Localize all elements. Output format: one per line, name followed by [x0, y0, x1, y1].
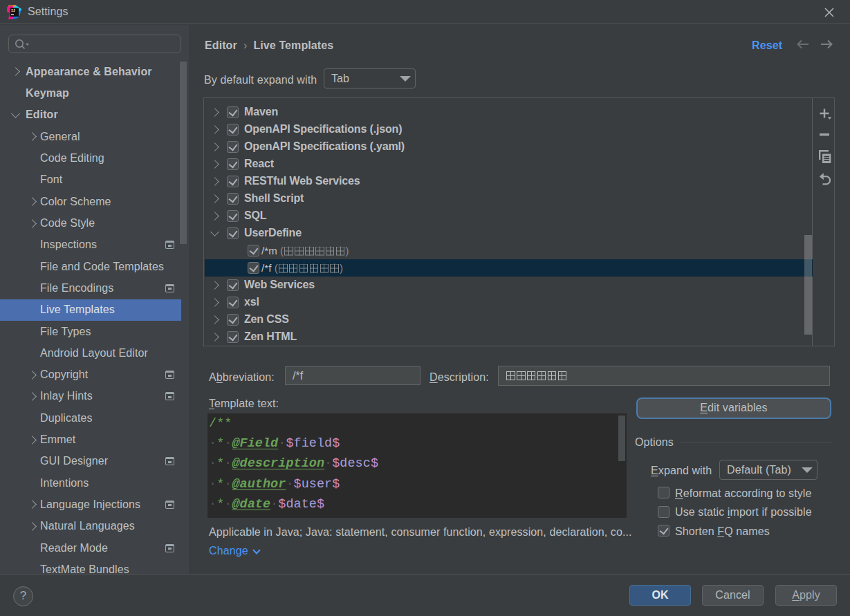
svg-text:IJ: IJ: [11, 9, 15, 12]
